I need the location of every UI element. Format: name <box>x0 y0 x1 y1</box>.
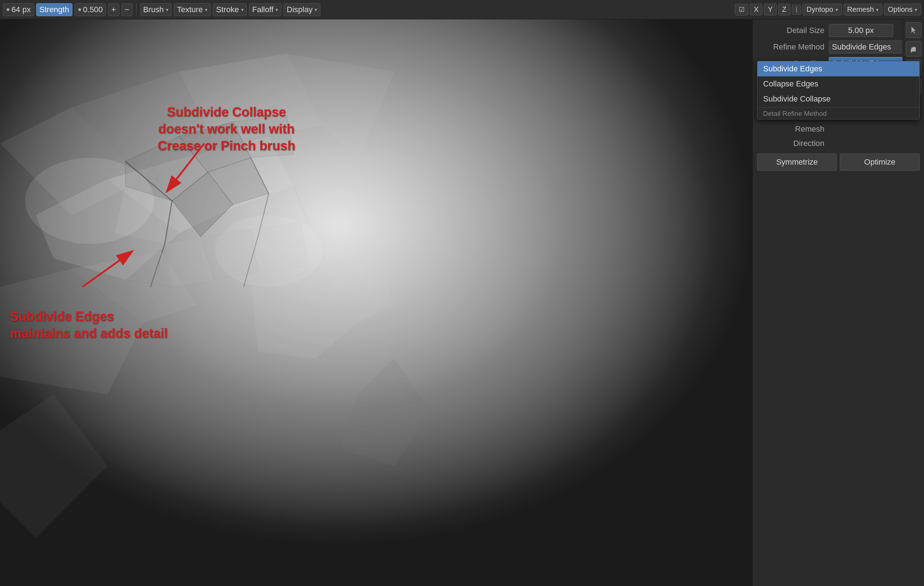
svg-rect-35 <box>911 49 912 52</box>
direction-label: Direction <box>757 139 829 148</box>
detail-size-value[interactable]: 5.00 px <box>829 24 893 37</box>
toolbar: ● 64 px Strength ● 0.500 + − Brush ▾ Tex… <box>0 0 752 19</box>
remesh-dropdown-top[interactable]: Remesh▾ <box>843 3 883 15</box>
separator-1 <box>136 3 137 16</box>
annotation-subdivide-edges: Subdivide Edges maintains and adds detai… <box>10 308 168 342</box>
detailing-dropdown-menu: Subdivide Edges Collapse Edges Subdivide… <box>757 61 920 119</box>
detail-size-row: Detail Size 5.00 px <box>753 22 924 39</box>
falloff-menu[interactable]: Falloff ▾ <box>249 3 282 16</box>
svg-rect-33 <box>913 46 914 51</box>
dropdown-divider-label: Detail Refine Method <box>757 107 919 119</box>
right-panel: ☑ X Y Z | Dyntopo▾ Remesh▾ Options▾ Deta… <box>752 0 924 586</box>
options-dropdown[interactable]: Options▾ <box>884 3 921 15</box>
refine-method-label: Refine Method <box>757 42 829 51</box>
dropdown-item-collapse-edges[interactable]: Collapse Edges <box>757 76 919 91</box>
refine-method-row: Refine Method Subdivide Edges ▾ <box>753 39 924 55</box>
brush-size-field[interactable]: ● 64 px <box>3 3 34 16</box>
dropdown-item-subdivide-collapse[interactable]: Subdivide Collapse <box>757 91 919 106</box>
svg-rect-34 <box>914 47 916 51</box>
optimize-button[interactable]: Optimize <box>840 154 920 171</box>
right-panel-top: ☑ X Y Z | Dyntopo▾ Remesh▾ Options▾ <box>753 0 924 19</box>
stroke-menu[interactable]: Stroke ▾ <box>213 3 247 16</box>
dropdown-item-subdivide-edges[interactable]: Subdivide Edges <box>757 61 919 76</box>
refine-method-dropdown[interactable]: Subdivide Edges ▾ <box>829 41 915 53</box>
panel-content: Detail Size 5.00 px Refine Method Subdiv… <box>753 19 924 176</box>
annotation-subdivide-collapse: Subdivide Collapse doesn't work well wit… <box>158 104 295 154</box>
z-axis-btn[interactable]: Z <box>778 3 790 15</box>
direction-row: Direction <box>753 136 924 151</box>
strength-value-field[interactable]: ● 0.500 <box>74 3 106 16</box>
y-axis-btn[interactable]: Y <box>764 3 776 15</box>
symmetrize-button[interactable]: Symmetrize <box>757 154 837 171</box>
hand-icon[interactable] <box>906 41 921 57</box>
strength-button[interactable]: Strength <box>36 3 73 16</box>
checkbox-dyntopo[interactable]: ☑ <box>735 4 748 15</box>
svg-rect-28 <box>0 0 752 586</box>
brush-menu[interactable]: Brush ▾ <box>140 3 172 16</box>
texture-menu[interactable]: Texture ▾ <box>174 3 211 16</box>
dyntopo-dropdown[interactable]: Dyntopo▾ <box>802 3 842 15</box>
minus-button[interactable]: − <box>122 3 132 16</box>
display-menu[interactable]: Display ▾ <box>284 3 320 16</box>
detail-size-label: Detail Size <box>757 26 829 35</box>
plus-button[interactable]: + <box>108 3 119 16</box>
remesh-row: Remesh <box>753 122 924 136</box>
remesh-label: Remesh <box>757 124 829 134</box>
separator-icon: | <box>792 5 801 15</box>
panel-buttons: Symmetrize Optimize <box>753 151 924 174</box>
cursor-icon[interactable] <box>906 22 921 38</box>
viewport[interactable]: Subdivide Collapse doesn't work well wit… <box>0 0 752 586</box>
x-axis-btn[interactable]: X <box>750 3 762 15</box>
